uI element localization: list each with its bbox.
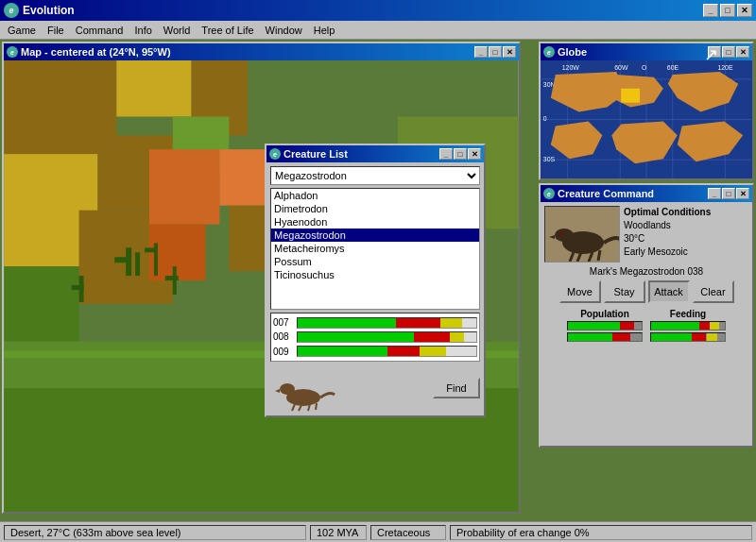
feeding-bars	[650, 321, 726, 342]
creature-cmd-minimize-btn[interactable]: _	[708, 188, 721, 199]
creature-list-window: e Creature List _ □ ✕ Megazostrodon Alph…	[265, 144, 486, 417]
creature-cmd-content: Optimal Conditions Woodlands 30°C Early …	[541, 202, 752, 446]
svg-rect-20	[135, 252, 140, 276]
creature-preview: Optimal Conditions Woodlands 30°C Early …	[544, 206, 748, 263]
menu-world[interactable]: World	[158, 23, 197, 38]
list-item-dimetrodon[interactable]: Dimetrodon	[271, 202, 479, 215]
svg-rect-7	[4, 266, 78, 341]
feed-bar-1-red	[699, 322, 711, 330]
menu-info[interactable]: Info	[129, 23, 157, 38]
pop-bar-2-fill	[568, 333, 612, 341]
bottom-row: Find	[270, 364, 480, 412]
status-mya: 102 MYA	[310, 525, 367, 540]
progress-label-008: 008	[273, 331, 294, 342]
creature-list-maximize-btn[interactable]: □	[454, 148, 467, 160]
creature-list-minimize-btn[interactable]: _	[439, 148, 453, 160]
map-maximize-btn[interactable]: □	[489, 46, 502, 58]
creature-list-title-bar: e Creature List _ □ ✕	[266, 145, 484, 162]
pop-bar-1-red	[620, 322, 635, 330]
maximize-btn[interactable]: □	[720, 4, 735, 17]
creature-command-window: e Creature Command _ □ ✕	[539, 183, 754, 448]
creature-listbox[interactable]: Alphadon Dimetrodon Hyaenodon Megazostro…	[270, 188, 480, 310]
status-terrain: Desert, 27°C (633m above sea level)	[4, 525, 306, 540]
creature-miniature	[270, 364, 336, 412]
population-bar-2	[567, 332, 643, 342]
list-item-alphadon[interactable]: Alphadon	[271, 189, 479, 202]
svg-rect-26	[165, 276, 179, 280]
globe-title: Globe	[558, 46, 587, 58]
main-area: e Map - centered at (24°N, 95°W) _ □ ✕	[0, 40, 756, 540]
bar-007-green	[298, 318, 396, 328]
progress-row-008: 008	[273, 331, 477, 343]
bar-008-yellow	[450, 332, 464, 342]
svg-text:30S: 30S	[543, 156, 556, 162]
progress-label-009: 009	[273, 347, 294, 357]
app-title: Evolution	[23, 4, 75, 17]
population-label: Population	[580, 309, 629, 319]
bar-007-yellow	[440, 318, 462, 328]
svg-rect-19	[114, 257, 128, 263]
svg-rect-2	[116, 60, 191, 117]
feed-bar-2-green	[651, 333, 692, 341]
bar-009-green	[298, 347, 387, 356]
globe-window-icon: e	[543, 46, 555, 58]
find-button[interactable]: Find	[433, 378, 480, 398]
close-btn[interactable]: ✕	[737, 4, 752, 17]
list-item-possum[interactable]: Possum	[271, 255, 479, 268]
map-minimize-btn[interactable]: _	[474, 46, 488, 58]
globe-maximize-btn[interactable]: □	[722, 46, 735, 58]
list-item-metacheiromys[interactable]: Metacheiromys	[271, 242, 479, 255]
optimal-temp: 30°C	[624, 232, 711, 246]
creature-portrait	[544, 206, 620, 263]
globe-svg: 120W 60W O 60E 120E 30N 0 30S	[541, 60, 752, 178]
creature-cmd-close-btn[interactable]: ✕	[736, 188, 749, 199]
creature-progress-section: 007 008 009	[270, 313, 480, 362]
map-close-btn[interactable]: ✕	[503, 46, 516, 58]
feed-bar-1-yellow	[710, 322, 718, 330]
map-window-controls: _ □ ✕	[474, 46, 516, 58]
svg-rect-22	[145, 247, 156, 252]
creature-list-controls: _ □ ✕	[439, 148, 481, 160]
creature-cmd-maximize-btn[interactable]: □	[722, 188, 735, 199]
stats-row: Population Feeding	[544, 309, 748, 342]
bar-009-yellow	[420, 347, 446, 356]
svg-rect-24	[72, 285, 84, 290]
bar-008-green	[298, 332, 414, 342]
menu-file[interactable]: File	[42, 23, 70, 38]
list-item-ticinosuchus[interactable]: Ticinosuchus	[271, 268, 479, 281]
menu-window[interactable]: Window	[260, 23, 308, 38]
list-item-megazostrodon[interactable]: Megazostrodon	[271, 229, 479, 242]
svg-point-56	[560, 232, 563, 235]
progress-label-007: 007	[273, 317, 294, 328]
menu-tree-of-life[interactable]: Tree of Life	[196, 23, 259, 38]
list-item-hyaenodon[interactable]: Hyaenodon	[271, 215, 479, 229]
move-button[interactable]: Move	[559, 280, 601, 303]
optimal-era: Early Mesozoic	[624, 246, 711, 259]
attack-button[interactable]: Attack	[648, 280, 690, 303]
globe-content[interactable]: 120W 60W O 60E 120E 30N 0 30S	[541, 60, 752, 178]
globe-minimize-btn[interactable]: _	[708, 46, 721, 58]
map-window-icon: e	[7, 46, 18, 58]
svg-rect-11	[149, 149, 219, 224]
menu-help[interactable]: Help	[308, 23, 341, 38]
globe-title-bar: e Globe _ □ ✕	[541, 43, 752, 60]
globe-close-btn[interactable]: ✕	[736, 46, 749, 58]
svg-point-62	[280, 383, 295, 395]
svg-point-54	[555, 229, 574, 242]
creature-dropdown[interactable]: Megazostrodon Alphadon Dimetrodon Ticino…	[270, 166, 480, 185]
svg-line-64	[292, 404, 295, 411]
progress-bar-008	[297, 331, 477, 343]
globe-window: e Globe _ □ ✕ 120W	[539, 42, 754, 180]
menu-game[interactable]: Game	[2, 23, 42, 38]
svg-text:O: O	[642, 64, 647, 71]
creature-list-close-btn[interactable]: ✕	[468, 148, 481, 160]
clear-button[interactable]: Clear	[693, 280, 734, 303]
svg-line-60	[598, 250, 600, 261]
minimize-btn[interactable]: _	[703, 4, 718, 17]
feeding-bar-2	[650, 332, 726, 342]
feed-bar-2-red	[692, 333, 707, 341]
menu-command[interactable]: Command	[70, 23, 129, 38]
svg-text:0: 0	[543, 115, 547, 122]
stay-button[interactable]: Stay	[604, 280, 645, 303]
svg-text:120W: 120W	[562, 64, 580, 71]
